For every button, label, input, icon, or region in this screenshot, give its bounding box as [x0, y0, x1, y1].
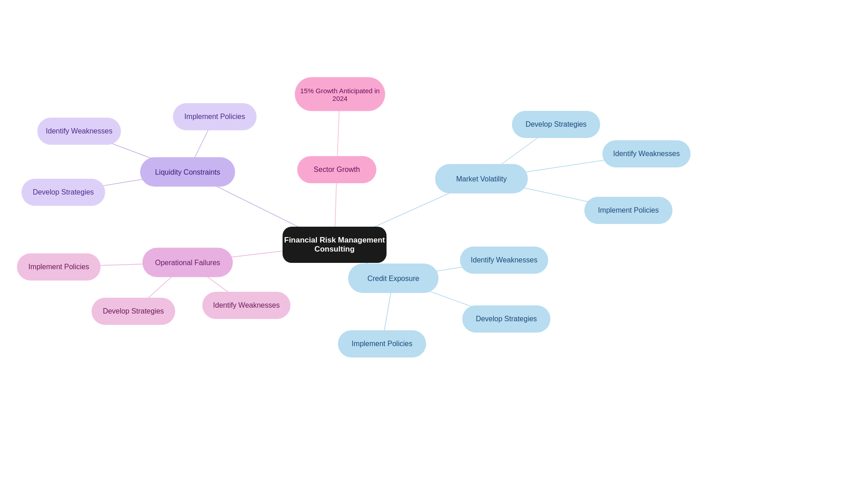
identify-weaknesses-ce-node[interactable]: Identify Weaknesses — [460, 247, 548, 274]
growth-anticipated-label: 15% Growth Anticipated in 2024 — [295, 86, 385, 102]
growth-anticipated-node[interactable]: 15% Growth Anticipated in 2024 — [295, 77, 385, 111]
identify-weaknesses-of-label: Identify Weaknesses — [213, 301, 279, 309]
develop-strategies-of-node[interactable]: Develop Strategies — [92, 298, 175, 325]
identify-weaknesses-ce-label: Identify Weaknesses — [471, 256, 537, 264]
credit-exposure-node[interactable]: Credit Exposure — [348, 264, 439, 293]
liquidity-constraints-node[interactable]: Liquidity Constraints — [140, 157, 235, 187]
center-node[interactable]: Financial Risk Management Consulting — [283, 227, 387, 263]
develop-strategies-mv-label: Develop Strategies — [525, 120, 586, 128]
identify-weaknesses-mv-node[interactable]: Identify Weaknesses — [603, 140, 691, 167]
identify-weaknesses-of-node[interactable]: Identify Weaknesses — [203, 292, 291, 319]
implement-policies-ce-label: Implement Policies — [352, 340, 412, 348]
develop-strategies-lc-node[interactable]: Develop Strategies — [22, 179, 105, 206]
identify-weaknesses-lc-label: Identify Weaknesses — [46, 127, 112, 135]
develop-strategies-ce-label: Develop Strategies — [476, 315, 537, 323]
implement-policies-mv-node[interactable]: Implement Policies — [585, 197, 673, 224]
identify-weaknesses-lc-node[interactable]: Identify Weaknesses — [38, 118, 121, 145]
liquidity-constraints-label: Liquidity Constraints — [155, 168, 220, 176]
implement-policies-of-label: Implement Policies — [28, 263, 89, 271]
implement-policies-ce-node[interactable]: Implement Policies — [338, 330, 426, 357]
implement-policies-mv-label: Implement Policies — [598, 206, 659, 214]
market-volatility-node[interactable]: Market Volatility — [435, 164, 528, 194]
market-volatility-label: Market Volatility — [456, 175, 507, 183]
develop-strategies-of-label: Develop Strategies — [103, 307, 164, 315]
implement-policies-of-node[interactable]: Implement Policies — [17, 253, 101, 281]
identify-weaknesses-mv-label: Identify Weaknesses — [613, 150, 679, 158]
center-label: Financial Risk Management Consulting — [283, 236, 387, 254]
operational-failures-label: Operational Failures — [155, 258, 220, 266]
sector-growth-label: Sector Growth — [314, 166, 360, 174]
implement-policies-lc-node[interactable]: Implement Policies — [173, 103, 257, 130]
operational-failures-node[interactable]: Operational Failures — [142, 248, 233, 277]
credit-exposure-label: Credit Exposure — [368, 274, 420, 282]
develop-strategies-lc-label: Develop Strategies — [33, 188, 94, 196]
implement-policies-lc-label: Implement Policies — [184, 113, 245, 121]
develop-strategies-mv-node[interactable]: Develop Strategies — [512, 111, 600, 138]
sector-growth-node[interactable]: Sector Growth — [297, 156, 377, 183]
develop-strategies-ce-node[interactable]: Develop Strategies — [462, 305, 551, 333]
